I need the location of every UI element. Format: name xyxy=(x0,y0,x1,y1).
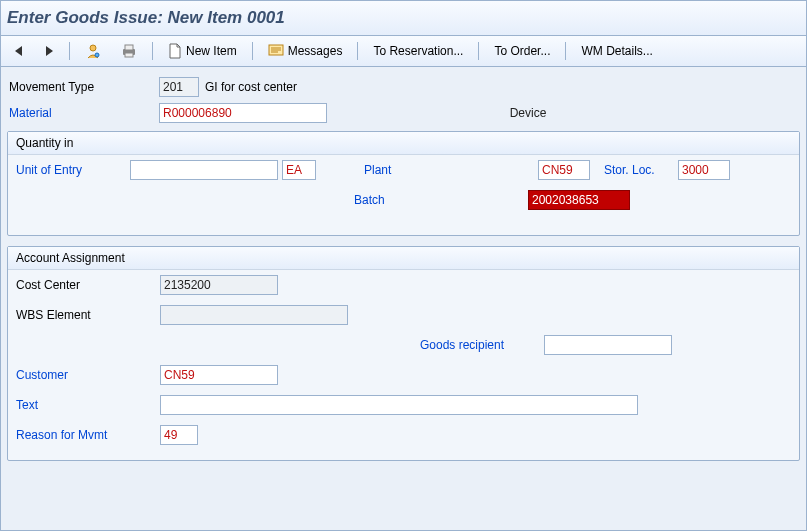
toolbar-separator xyxy=(252,42,253,60)
toolbar-separator xyxy=(357,42,358,60)
goods-recipient-row: Goods recipient xyxy=(8,330,799,360)
reason-label: Reason for Mvmt xyxy=(16,428,156,442)
material-label: Material xyxy=(5,106,159,120)
batch-row: Batch xyxy=(8,185,799,215)
material-description: Device xyxy=(407,106,552,120)
sap-window: Enter Goods Issue: New Item 0001 xyxy=(0,0,807,531)
new-item-button[interactable]: New Item xyxy=(161,40,244,62)
window-title: Enter Goods Issue: New Item 0001 xyxy=(7,8,285,28)
svg-rect-5 xyxy=(125,45,133,50)
triangle-right-icon xyxy=(44,45,54,57)
to-reservation-button[interactable]: To Reservation... xyxy=(366,41,470,61)
account-assignment-group: Account Assignment Cost Center WBS Eleme… xyxy=(7,246,800,461)
toolbar-separator xyxy=(478,42,479,60)
goods-recipient-input[interactable] xyxy=(544,335,672,355)
text-label: Text xyxy=(16,398,156,412)
batch-label: Batch xyxy=(354,193,414,207)
cost-center-label: Cost Center xyxy=(16,278,156,292)
wbs-input[interactable] xyxy=(160,305,348,325)
account-group-title: Account Assignment xyxy=(8,247,799,270)
to-order-label: To Order... xyxy=(494,44,550,58)
text-row: Text xyxy=(8,390,799,420)
to-order-button[interactable]: To Order... xyxy=(487,41,557,61)
reason-row: Reason for Mvmt xyxy=(8,420,799,450)
person-icon xyxy=(85,43,101,59)
plant-label: Plant xyxy=(364,163,424,177)
material-input[interactable] xyxy=(159,103,327,123)
title-bar: Enter Goods Issue: New Item 0001 xyxy=(1,1,806,36)
new-document-icon xyxy=(168,43,182,59)
reason-input[interactable] xyxy=(160,425,198,445)
movement-type-input[interactable] xyxy=(159,77,199,97)
movement-type-row: Movement Type GI for cost center xyxy=(5,75,802,99)
svg-rect-6 xyxy=(125,53,133,57)
unit-of-entry-label: Unit of Entry xyxy=(16,163,126,177)
toolbar-separator xyxy=(565,42,566,60)
unit-of-entry-input[interactable] xyxy=(130,160,278,180)
svg-marker-1 xyxy=(46,46,53,56)
stor-loc-label: Stor. Loc. xyxy=(604,163,674,177)
wm-details-button[interactable]: WM Details... xyxy=(574,41,659,61)
material-row: Material Device xyxy=(5,101,802,125)
customer-label: Customer xyxy=(16,368,156,382)
new-item-label: New Item xyxy=(186,44,237,58)
overview-button[interactable] xyxy=(78,40,108,62)
content-body: Movement Type GI for cost center Materia… xyxy=(1,67,806,479)
toolbar: New Item Messages To Reservation... To O… xyxy=(1,36,806,67)
quantity-group-title: Quantity in xyxy=(8,132,799,155)
printer-icon xyxy=(121,43,137,59)
goods-recipient-label: Goods recipient xyxy=(420,338,540,352)
unit-of-entry-row: Unit of Entry Plant Stor. Loc. xyxy=(8,155,799,185)
quantity-group: Quantity in Unit of Entry Plant Stor. Lo… xyxy=(7,131,800,236)
toolbar-separator xyxy=(152,42,153,60)
text-input[interactable] xyxy=(160,395,638,415)
wbs-row: WBS Element xyxy=(8,300,799,330)
cost-center-input[interactable] xyxy=(160,275,278,295)
svg-marker-0 xyxy=(15,46,22,56)
stor-loc-input[interactable] xyxy=(678,160,730,180)
messages-label: Messages xyxy=(288,44,343,58)
print-button[interactable] xyxy=(114,40,144,62)
triangle-left-icon xyxy=(14,45,24,57)
toolbar-separator xyxy=(69,42,70,60)
customer-row: Customer xyxy=(8,360,799,390)
plant-input[interactable] xyxy=(538,160,590,180)
svg-point-3 xyxy=(95,53,99,57)
to-reservation-label: To Reservation... xyxy=(373,44,463,58)
messages-icon xyxy=(268,44,284,58)
movement-type-label: Movement Type xyxy=(5,80,159,94)
customer-input[interactable] xyxy=(160,365,278,385)
batch-input[interactable] xyxy=(528,190,630,210)
movement-type-text: GI for cost center xyxy=(199,80,303,94)
prev-button[interactable] xyxy=(7,42,31,60)
wm-details-label: WM Details... xyxy=(581,44,652,58)
uom-input[interactable] xyxy=(282,160,316,180)
messages-button[interactable]: Messages xyxy=(261,41,350,61)
cost-center-row: Cost Center xyxy=(8,270,799,300)
svg-point-2 xyxy=(90,45,96,51)
next-button[interactable] xyxy=(37,42,61,60)
wbs-label: WBS Element xyxy=(16,308,156,322)
